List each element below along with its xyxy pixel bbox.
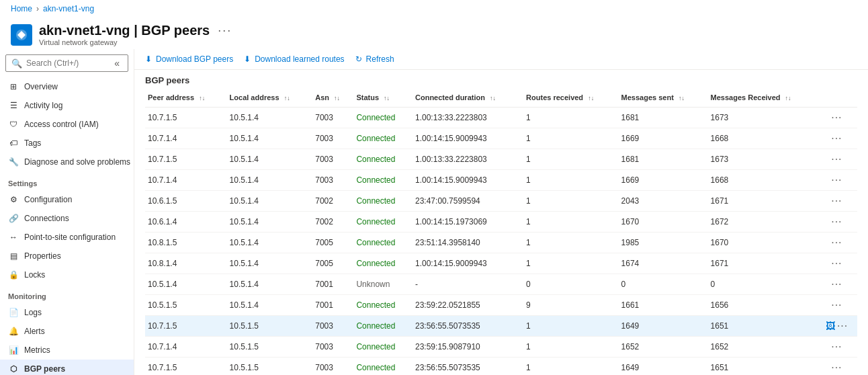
cell-received: 1672 — [708, 212, 819, 233]
col-routes-received[interactable]: Routes received ↑↓ — [523, 88, 618, 108]
row-more-button[interactable]: ··· — [831, 216, 842, 227]
cell-sent: 1661 — [619, 295, 708, 316]
row-more-button[interactable]: ··· — [831, 132, 842, 144]
col-status[interactable]: Status ↑↓ — [353, 88, 413, 108]
col-peer-address[interactable]: Peer address ↑↓ — [145, 88, 227, 108]
cell-peer-address: 10.7.1.5 — [145, 358, 227, 376]
col-asn[interactable]: Asn ↑↓ — [312, 88, 353, 108]
cell-more[interactable]: 🖼 ··· — [819, 316, 857, 337]
toolbar: ⬇ Download BGP peers ⬇ Download learned … — [134, 49, 868, 70]
cell-local-address: 10.5.1.5 — [227, 358, 313, 376]
col-local-address[interactable]: Local address ↑↓ — [227, 88, 313, 108]
cell-duration: 1.00:14:15.1973069 — [413, 212, 523, 233]
refresh-icon: ↻ — [355, 54, 362, 64]
sidebar-item-metrics[interactable]: 📊 Metrics — [0, 341, 134, 360]
search-input[interactable] — [26, 58, 107, 68]
cell-more[interactable]: ··· — [819, 170, 857, 191]
cell-sent: 0 — [619, 274, 708, 295]
row-more-button[interactable]: ··· — [831, 257, 842, 269]
sidebar-item-connections[interactable]: 🔗 Connections — [0, 209, 134, 228]
screenshot-icon[interactable]: 🖼 — [826, 321, 835, 331]
sidebar-label-metrics: Metrics — [24, 345, 50, 355]
sidebar-item-activity-log[interactable]: ☰ Activity log — [0, 96, 134, 115]
sidebar-item-access-control[interactable]: 🛡 Access control (IAM) — [0, 115, 134, 134]
cell-more[interactable]: ··· — [819, 295, 857, 316]
cell-duration: 1.00:14:15.9009943 — [413, 128, 523, 149]
cell-more[interactable]: ··· — [819, 128, 857, 149]
search-box[interactable]: 🔍 « — [5, 54, 128, 72]
sidebar-label-alerts: Alerts — [24, 327, 45, 336]
collapse-button[interactable]: « — [112, 58, 122, 69]
cell-asn: 7001 — [312, 295, 353, 316]
cell-more[interactable]: ··· — [819, 274, 857, 295]
cell-sent: 1985 — [619, 233, 708, 253]
cell-status: Connected — [353, 170, 413, 191]
cell-routes: 1 — [523, 212, 618, 233]
grid-icon: ⊞ — [8, 81, 19, 92]
bell-icon: 🔔 — [8, 326, 19, 337]
row-more-button[interactable]: ··· — [831, 153, 842, 165]
sidebar-item-alerts[interactable]: 🔔 Alerts — [0, 322, 134, 341]
col-messages-received[interactable]: Messages Received ↑↓ — [708, 88, 819, 108]
cell-asn: 7003 — [312, 128, 353, 149]
table-row: 10.7.1.5 10.5.1.4 7003 Connected 1.00:13… — [145, 149, 857, 170]
cell-peer-address: 10.6.1.4 — [145, 212, 227, 233]
lock-icon: 🔒 — [8, 269, 19, 280]
sidebar-item-locks[interactable]: 🔒 Locks — [0, 265, 134, 284]
table-row: 10.6.1.4 10.5.1.4 7002 Connected 1.00:14… — [145, 212, 857, 233]
breadcrumb-resource[interactable]: akn-vnet1-vng — [43, 4, 94, 13]
row-more-button[interactable]: ··· — [831, 195, 842, 206]
sidebar-item-configuration[interactable]: ⚙ Configuration — [0, 190, 134, 209]
sidebar-label-access-control: Access control (IAM) — [24, 120, 99, 129]
sidebar-item-properties[interactable]: ▤ Properties — [0, 247, 134, 265]
cell-peer-address: 10.7.1.5 — [145, 316, 227, 337]
download-routes-button[interactable]: ⬇ Download learned routes — [244, 54, 344, 64]
col-messages-sent[interactable]: Messages sent ↑↓ — [619, 88, 708, 108]
cell-peer-address: 10.7.1.4 — [145, 128, 227, 149]
cell-received: 1656 — [708, 295, 819, 316]
breadcrumb-home[interactable]: Home — [11, 4, 32, 13]
row-more-button[interactable]: ··· — [831, 299, 842, 310]
row-more-button[interactable]: ··· — [831, 237, 842, 248]
page-title: akn-vnet1-vng | BGP peers — [39, 23, 210, 38]
cell-asn: 7001 — [312, 274, 353, 295]
page-header: akn-vnet1-vng | BGP peers ··· Virtual ne… — [0, 17, 868, 49]
row-more-button[interactable]: ··· — [837, 320, 848, 331]
cell-more[interactable]: ··· — [819, 191, 857, 212]
sidebar-label-connections: Connections — [24, 214, 69, 223]
col-connected-duration[interactable]: Connected duration ↑↓ — [413, 88, 523, 108]
sidebar-item-overview[interactable]: ⊞ Overview — [0, 77, 134, 96]
more-options-button[interactable]: ··· — [218, 24, 232, 38]
cell-local-address: 10.5.1.4 — [227, 233, 313, 253]
shield-icon: 🛡 — [8, 119, 19, 130]
cell-status: Connected — [353, 108, 413, 128]
sidebar-item-point-to-site[interactable]: ↔ Point-to-site configuration — [0, 228, 134, 247]
refresh-button[interactable]: ↻ Refresh — [355, 54, 394, 64]
sidebar-item-bgp-peers[interactable]: ⬡ BGP peers — [0, 360, 134, 375]
cell-more[interactable]: ··· — [819, 358, 857, 376]
cell-received: 1651 — [708, 358, 819, 376]
cell-received: 1651 — [708, 316, 819, 337]
cell-more[interactable]: ··· — [819, 149, 857, 170]
row-more-button[interactable]: ··· — [831, 362, 842, 373]
cell-local-address: 10.5.1.5 — [227, 316, 313, 337]
sidebar-item-logs[interactable]: 📄 Logs — [0, 303, 134, 322]
row-more-button[interactable]: ··· — [831, 341, 842, 352]
list-icon: ☰ — [8, 100, 19, 111]
cell-sent: 1681 — [619, 149, 708, 170]
cell-local-address: 10.5.1.5 — [227, 337, 313, 358]
cell-peer-address: 10.6.1.5 — [145, 191, 227, 212]
row-more-button[interactable]: ··· — [831, 174, 842, 185]
download-bgp-button[interactable]: ⬇ Download BGP peers — [145, 54, 233, 64]
cell-more[interactable]: ··· — [819, 253, 857, 274]
row-more-button[interactable]: ··· — [831, 278, 842, 290]
row-more-button[interactable]: ··· — [831, 112, 842, 123]
cell-more[interactable]: ··· — [819, 337, 857, 358]
cell-more[interactable]: ··· — [819, 212, 857, 233]
settings-section-label: Settings — [0, 171, 134, 190]
tag-icon: 🏷 — [8, 138, 19, 149]
sidebar-item-tags[interactable]: 🏷 Tags — [0, 134, 134, 153]
cell-more[interactable]: ··· — [819, 233, 857, 253]
sidebar-item-diagnose[interactable]: 🔧 Diagnose and solve problems — [0, 153, 134, 171]
cell-more[interactable]: ··· — [819, 108, 857, 128]
